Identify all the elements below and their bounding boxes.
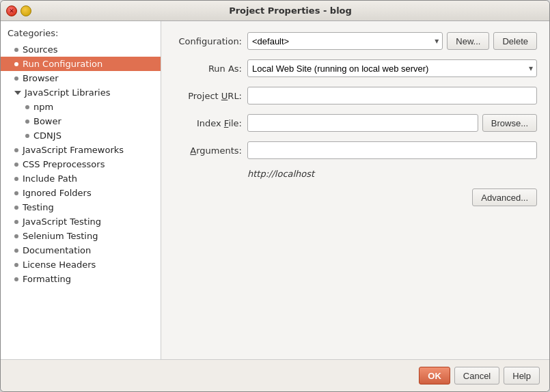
sidebar-item-selenium-testing[interactable]: Selenium Testing	[1, 229, 161, 243]
sidebar-item-run-configuration[interactable]: Run Configuration	[1, 57, 161, 71]
dot-icon	[25, 134, 29, 138]
configuration-select[interactable]: <default>	[247, 32, 443, 50]
dot-icon	[14, 191, 18, 195]
index-file-row: Index File: Browse...	[174, 114, 537, 132]
arguments-input[interactable]	[247, 141, 537, 159]
sidebar-item-javascript-testing[interactable]: JavaScript Testing	[1, 214, 161, 229]
sidebar-item-license-headers[interactable]: License Headers	[1, 257, 161, 272]
dot-icon	[14, 163, 18, 167]
run-as-label: Run As:	[174, 64, 242, 74]
sidebar-item-cdnjs[interactable]: CDNJS	[1, 128, 161, 143]
sidebar-item-css-preprocessors[interactable]: CSS Preprocessors	[1, 157, 161, 171]
sidebar-item-ignored-folders[interactable]: Ignored Folders	[1, 186, 161, 200]
index-file-label-text: Index File:	[197, 118, 242, 128]
dot-icon	[14, 177, 18, 181]
project-url-label-text: Project URL:	[188, 91, 242, 101]
sidebar-item-include-path[interactable]: Include Path	[1, 171, 161, 186]
sidebar-item-documentation[interactable]: Documentation	[1, 243, 161, 257]
url-display-text: http://localhost	[247, 169, 314, 179]
main-panel: Configuration: <default> New... Delete R…	[161, 21, 549, 359]
configuration-row: Configuration: <default> New... Delete	[174, 32, 537, 50]
dot-icon	[14, 277, 18, 281]
triangle-open-icon	[14, 91, 21, 95]
project-url-row: Project URL: http://localhost	[174, 87, 537, 104]
project-url-input[interactable]: http://localhost	[247, 87, 537, 104]
help-button[interactable]: Help	[504, 367, 540, 384]
index-file-input[interactable]	[247, 114, 478, 132]
project-properties-window: ✕ Project Properties - blog Categories: …	[0, 0, 550, 392]
new-button[interactable]: New...	[447, 32, 489, 50]
dot-icon	[14, 62, 18, 66]
sidebar-item-npm[interactable]: npm	[1, 100, 161, 114]
sidebar-item-javascript-libraries[interactable]: JavaScript Libraries	[1, 85, 161, 100]
delete-button[interactable]: Delete	[493, 32, 537, 50]
run-as-select[interactable]: Local Web Site (running on local web ser…	[247, 59, 537, 77]
project-url-controls: http://localhost	[247, 87, 537, 104]
window-controls: ✕	[6, 5, 31, 16]
dot-icon	[14, 263, 18, 267]
advanced-button[interactable]: Advanced...	[472, 188, 537, 206]
dot-icon	[14, 220, 18, 224]
index-file-controls: Browse...	[247, 114, 537, 132]
dot-icon	[14, 234, 18, 238]
dot-icon	[14, 148, 18, 152]
arguments-label-text: Arguments:	[190, 145, 242, 156]
sidebar-item-browser[interactable]: Browser	[1, 71, 161, 85]
dot-icon	[25, 105, 29, 109]
cancel-button[interactable]: Cancel	[454, 367, 499, 384]
dot-icon	[25, 120, 29, 124]
arguments-label: Arguments:	[174, 145, 242, 156]
bottom-bar: OK Cancel Help	[1, 359, 549, 391]
sidebar-item-sources[interactable]: Sources	[1, 42, 161, 57]
ok-button[interactable]: OK	[419, 367, 450, 384]
run-as-select-wrapper: Local Web Site (running on local web ser…	[247, 59, 537, 77]
configuration-label: Configuration:	[174, 36, 242, 46]
dot-icon	[14, 48, 18, 52]
index-file-label: Index File:	[174, 118, 242, 128]
browse-button[interactable]: Browse...	[482, 114, 537, 132]
arguments-row: Arguments:	[174, 141, 537, 159]
window-title: Project Properties - blog	[37, 5, 544, 16]
titlebar: ✕ Project Properties - blog	[1, 1, 549, 21]
arguments-controls	[247, 141, 537, 159]
url-display: http://localhost	[174, 169, 537, 179]
categories-label: Categories:	[1, 25, 161, 42]
dot-icon	[14, 206, 18, 210]
run-as-controls: Local Web Site (running on local web ser…	[247, 59, 537, 77]
project-url-label: Project URL:	[174, 91, 242, 101]
configuration-controls: <default> New... Delete	[247, 32, 537, 50]
content-area: Categories: Sources Run Configuration	[1, 21, 549, 359]
advanced-row: Advanced...	[174, 188, 537, 206]
close-button[interactable]: ✕	[6, 5, 17, 16]
run-as-row: Run As: Local Web Site (running on local…	[174, 59, 537, 77]
sidebar-item-bower[interactable]: Bower	[1, 114, 161, 128]
dot-icon	[14, 249, 18, 253]
sidebar-item-javascript-frameworks[interactable]: JavaScript Frameworks	[1, 143, 161, 157]
minimize-button[interactable]	[20, 5, 31, 16]
dot-icon	[14, 76, 18, 81]
sidebar: Categories: Sources Run Configuration	[1, 21, 161, 359]
sidebar-item-formatting[interactable]: Formatting	[1, 272, 161, 286]
sidebar-item-testing[interactable]: Testing	[1, 200, 161, 214]
configuration-select-wrapper: <default>	[247, 32, 443, 50]
